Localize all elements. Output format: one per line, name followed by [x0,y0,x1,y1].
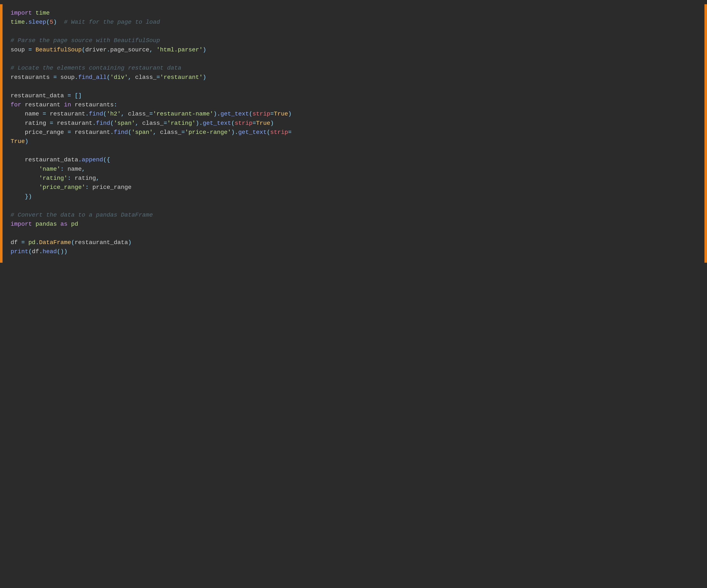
code-line: 'rating': rating, [6,174,701,183]
blank-line [6,229,701,238]
code-line: name = restaurant.find('h2', class_='res… [6,109,701,118]
code-line: }) [6,192,701,201]
code-line: time.sleep(5) # Wait for the page to loa… [6,17,701,27]
blank-line [6,54,701,64]
code-line: restaurant_data.append({ [6,155,701,164]
code-line: # Convert the data to a pandas DataFrame [6,211,701,220]
blank-line [6,201,701,210]
code-line: 'price_range': price_range [6,183,701,192]
code-line: import time [6,8,701,17]
code-line: restaurant_data = [] [6,91,701,100]
code-line: True) [6,137,701,146]
right-accent-bar [704,4,707,263]
blank-line [6,82,701,91]
code-line: for restaurant in restaurants: [6,100,701,109]
code-line: # Locate the elements containing restaur… [6,64,701,73]
code-line: import pandas as pd [6,220,701,229]
code-editor: import time time.sleep(5) # Wait for the… [0,4,707,263]
left-accent-bar [0,4,3,263]
code-line: df = pd.DataFrame(restaurant_data) [6,238,701,247]
blank-line [6,27,701,36]
blank-line [6,146,701,155]
code-line: soup = BeautifulSoup(driver.page_source,… [6,45,701,54]
code-line: rating = restaurant.find('span', class_=… [6,119,701,128]
code-line: price_range = restaurant.find('span', cl… [6,128,701,137]
code-line: restaurants = soup.find_all('div', class… [6,73,701,82]
code-line: 'name': name, [6,164,701,174]
code-line: # Parse the page source with BeautifulSo… [6,36,701,45]
code-line: print(df.head()) [6,247,701,256]
